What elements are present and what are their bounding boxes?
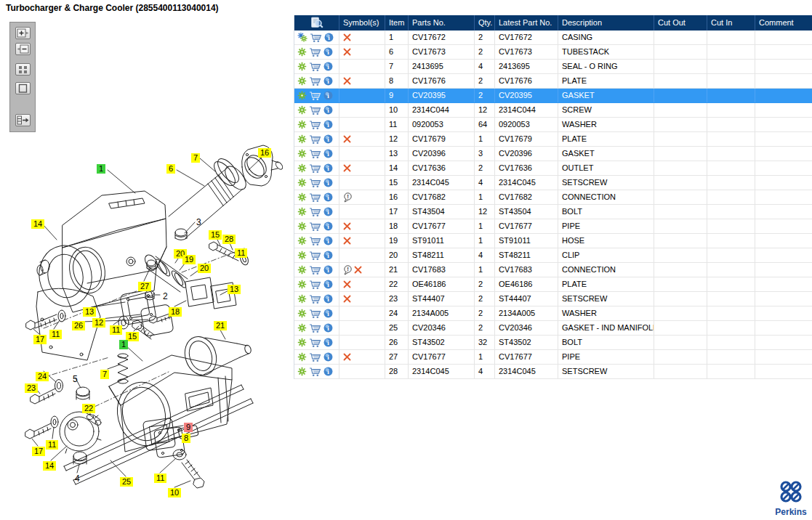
part-label-7[interactable]: 7 [100,370,109,379]
info-button[interactable]: i [323,294,333,304]
info-button[interactable]: i [323,120,333,129]
fit-view-button[interactable] [15,82,31,94]
add-to-cart-button[interactable] [309,207,321,217]
table-row-item-9[interactable]: i9CV203952CV20395GASKET [294,89,812,103]
info-button[interactable]: i [323,76,333,86]
info-button[interactable]: i [323,207,333,216]
add-to-cart-button[interactable] [309,352,321,362]
part-label-11[interactable]: 11 [110,325,122,335]
zoom-out-button[interactable] [15,43,31,55]
info-button[interactable]: i [323,251,333,260]
toggle-parts-list-button[interactable] [15,114,31,126]
info-button[interactable]: i [323,265,333,275]
table-row-item-14[interactable]: i14CV176362CV17636OUTLET [294,161,812,176]
gear-button[interactable] [297,265,307,275]
part-label-5[interactable]: 5 [71,375,80,384]
add-to-cart-button[interactable] [309,149,321,159]
gear-button[interactable] [297,352,307,362]
table-row-item-7[interactable]: i7241369542413695SEAL - O RING [294,60,812,74]
part-label-17[interactable]: 17 [33,335,47,344]
add-to-cart-button[interactable] [310,33,322,43]
table-row-item-23[interactable]: i23ST444072ST44407SETSCREW [294,292,812,306]
table-row-item-10[interactable]: i102314C044122314C044SCREW [294,103,812,118]
table-row-item-13[interactable]: i13CV203963CV20396GASKET [294,147,812,161]
add-to-cart-button[interactable] [309,91,321,101]
part-label-13[interactable]: 13 [228,285,241,294]
gear-button[interactable] [297,134,307,144]
table-row-item-21[interactable]: i!21CV176831CV17683CONNECTION [294,263,812,277]
tile-view-button[interactable] [15,63,31,76]
add-to-cart-button[interactable] [309,62,321,72]
table-row-item-6[interactable]: i6CV176732CV17673TUBESTACK [294,45,812,60]
part-label-27[interactable]: 27 [138,282,151,291]
info-button[interactable]: i [323,134,333,144]
part-label-11[interactable]: 11 [46,440,58,450]
gear-button[interactable] [297,47,307,57]
gear-button[interactable] [297,76,307,86]
part-label-9[interactable]: 9 [184,423,193,432]
gear-button[interactable] [297,178,307,187]
add-to-cart-button[interactable] [309,236,321,246]
part-label-11[interactable]: 11 [49,330,62,339]
info-button[interactable]: i [323,178,333,187]
gear-button[interactable] [297,105,307,115]
part-label-20[interactable]: 20 [198,264,211,273]
part-label-14[interactable]: 14 [43,461,56,471]
zoom-in-button[interactable] [15,27,31,39]
gear-button[interactable] [297,367,307,376]
part-label-15[interactable]: 15 [209,230,222,240]
add-to-cart-button[interactable] [309,120,321,130]
table-row-item-26[interactable]: i26ST4350232ST43502BOLT [294,336,812,350]
add-to-cart-button[interactable] [309,280,321,290]
table-row-item-8[interactable]: i8CV176762CV17676PLATE [294,74,812,89]
table-row-item-27[interactable]: i27CV176771CV17677PIPE [294,350,812,365]
info-button[interactable]: i [323,192,333,202]
table-row-item-1[interactable]: i1CV176722CV17672CASING [294,31,812,45]
gear-button[interactable] [297,207,307,216]
add-to-cart-button[interactable] [309,251,321,261]
info-button[interactable]: i [323,309,333,318]
add-to-cart-button[interactable] [309,163,321,174]
gear-button[interactable] [297,163,307,173]
table-row-item-11[interactable]: i110920053640920053WASHER [294,118,812,132]
info-button[interactable]: i [324,33,334,42]
table-row-item-28[interactable]: i282314C04542314C045SETSCREW [294,365,812,379]
table-row-item-12[interactable]: i12CV176791CV17679PLATE [294,132,812,147]
part-label-11[interactable]: 11 [154,474,166,483]
column-header-actions[interactable] [294,15,339,31]
part-label-18[interactable]: 18 [169,307,182,317]
gear-button[interactable] [297,62,307,71]
part-label-17[interactable]: 17 [32,447,45,456]
info-button[interactable]: i [323,149,333,158]
add-to-cart-button[interactable] [309,265,321,275]
table-row-item-25[interactable]: i25CV203462CV20346GASKET - IND MANIFOLD [294,321,812,336]
info-button[interactable]: i [323,222,333,231]
part-label-16[interactable]: 16 [258,148,271,158]
gear-button[interactable] [297,338,307,347]
add-to-cart-button[interactable] [309,134,321,145]
part-label-14[interactable]: 14 [31,219,44,229]
info-button[interactable]: i [323,47,333,57]
part-label-1[interactable]: 1 [119,340,128,349]
add-to-cart-button[interactable] [309,178,321,188]
part-label-12[interactable]: 12 [92,318,105,328]
part-label-26[interactable]: 26 [72,321,85,330]
part-label-28[interactable]: 28 [222,235,236,244]
gear-button[interactable] [297,309,307,318]
part-label-24[interactable]: 24 [36,372,49,381]
info-button[interactable]: i [323,163,333,173]
add-to-cart-button[interactable] [309,367,321,377]
gear-button[interactable] [297,236,307,245]
part-label-25[interactable]: 25 [120,477,133,487]
gear-button[interactable] [297,91,307,100]
gear-button[interactable] [297,33,307,43]
add-to-cart-button[interactable] [309,294,321,304]
part-label-4[interactable]: 4 [73,474,82,484]
gear-button[interactable] [297,294,307,304]
table-row-item-15[interactable]: i152314C04542314C045SETSCREW [294,176,812,190]
table-row-item-19[interactable]: i19ST910111ST91011HOSE [294,234,812,248]
gear-button[interactable] [297,192,307,202]
add-to-cart-button[interactable] [309,222,321,232]
info-button[interactable]: i [323,352,333,362]
table-row-item-16[interactable]: i!16CV176821CV17682CONNECTION [294,190,812,205]
